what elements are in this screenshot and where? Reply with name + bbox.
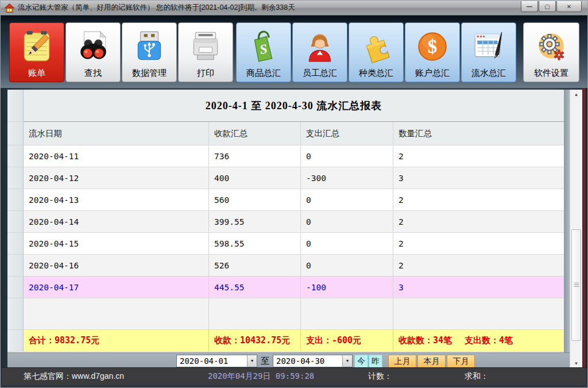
toolbar-button-print[interactable]: 打印 bbox=[178, 22, 233, 82]
totals-income-count: 收款数：34笔 bbox=[399, 335, 452, 346]
gears-icon bbox=[535, 30, 568, 63]
table-row[interactable]: 2020-04-11 736 0 2 bbox=[7, 145, 564, 167]
cell-expense[interactable]: 0 bbox=[301, 211, 393, 233]
status-datetime: 2020年04月29日 09:59:28 bbox=[208, 368, 314, 385]
toolbar-button-search[interactable]: 查找 bbox=[65, 22, 121, 82]
spreadsheet-pen-icon bbox=[472, 30, 505, 63]
cell-expense[interactable]: 0 bbox=[301, 145, 393, 167]
toolbar-button-label: 软件设置 bbox=[534, 68, 568, 78]
close-button[interactable]: ✕ bbox=[556, 1, 582, 12]
row-header-cell bbox=[7, 330, 24, 352]
cell-quantity[interactable]: 2 bbox=[393, 211, 564, 233]
row-header-cell[interactable] bbox=[7, 211, 24, 233]
table-row[interactable]: 2020-04-14 399.55 0 2 bbox=[7, 211, 564, 233]
row-header-cell[interactable] bbox=[7, 189, 24, 211]
scroll-up-arrow-icon[interactable]: ▲ bbox=[570, 90, 582, 99]
cell-quantity[interactable]: 3 bbox=[393, 276, 564, 298]
column-header-expense[interactable]: 支出汇总 bbox=[301, 122, 393, 145]
start-date-value: 2020-04-01 bbox=[177, 355, 247, 367]
table-row[interactable]: 2020-04-12 400 -300 3 bbox=[7, 167, 564, 189]
toolbar-button-settings[interactable]: 软件设置 bbox=[523, 22, 579, 82]
cell-quantity[interactable]: 2 bbox=[393, 255, 564, 276]
today-button[interactable]: 今 bbox=[354, 355, 368, 368]
cell-income[interactable]: 526 bbox=[209, 255, 301, 276]
toolbar-button-bills[interactable]: 账单 bbox=[9, 22, 64, 82]
cell-date[interactable]: 2020-04-14 bbox=[24, 211, 209, 233]
cell-date[interactable]: 2020-04-16 bbox=[24, 255, 209, 276]
yesterday-button[interactable]: 昨 bbox=[369, 355, 382, 368]
cell-income[interactable]: 399.55 bbox=[209, 211, 301, 233]
svg-text:$: $ bbox=[428, 36, 438, 57]
cell-income[interactable]: 598.55 bbox=[209, 233, 301, 255]
cell-quantity[interactable]: 2 bbox=[393, 189, 564, 211]
table-row[interactable]: 2020-04-13 560 0 2 bbox=[7, 189, 564, 211]
column-header-quantity[interactable]: 数量汇总 bbox=[393, 122, 564, 145]
row-header-cell[interactable] bbox=[7, 167, 24, 189]
status-sum-label: 求和： bbox=[465, 368, 489, 385]
column-header-row: 流水日期 收款汇总 支出汇总 数量汇总 bbox=[7, 122, 564, 145]
cell-income[interactable]: 560 bbox=[209, 189, 301, 211]
cell-expense[interactable]: -300 bbox=[301, 167, 393, 189]
totals-counts: 收款数：34笔 支出数：4笔 bbox=[393, 330, 564, 352]
cell-quantity[interactable]: 3 bbox=[393, 167, 564, 189]
table-row[interactable]: 2020-04-16 526 0 2 bbox=[7, 255, 564, 276]
prev-month-button[interactable]: 上月 bbox=[388, 355, 416, 368]
next-month-button[interactable]: 下月 bbox=[447, 355, 475, 368]
app-home-icon bbox=[5, 3, 14, 13]
dollar-icon: $ bbox=[416, 30, 449, 63]
toolbar-button-staff-summary[interactable]: 员工总汇 bbox=[292, 22, 347, 82]
start-date-combobox[interactable]: 2020-04-01 ▼ bbox=[176, 355, 257, 367]
cell-date[interactable]: 2020-04-12 bbox=[24, 167, 209, 189]
cell-income[interactable]: 445.55 bbox=[209, 276, 301, 298]
row-header-cell bbox=[7, 298, 24, 330]
cell-income[interactable]: 736 bbox=[209, 145, 301, 167]
chevron-down-icon[interactable]: ▼ bbox=[342, 355, 352, 367]
cell-expense[interactable]: 0 bbox=[301, 255, 393, 276]
vertical-scrollbar[interactable]: ▲ ▼ bbox=[570, 90, 582, 368]
totals-income: 收款：10432.75元 bbox=[209, 330, 301, 352]
toolbar-button-data-management[interactable]: 数据管理 bbox=[122, 22, 177, 82]
cell-date[interactable]: 2020-04-17 bbox=[24, 276, 209, 298]
cell-income[interactable]: 400 bbox=[209, 167, 301, 189]
table-row-selected[interactable]: 2020-04-17 445.55 -100 3 bbox=[7, 276, 564, 298]
scrollbar-thumb[interactable] bbox=[571, 229, 581, 341]
row-header-cell[interactable] bbox=[7, 255, 24, 276]
row-header-cell[interactable] bbox=[7, 276, 24, 298]
binoculars-icon bbox=[76, 30, 110, 63]
cell-date[interactable]: 2020-04-13 bbox=[24, 189, 209, 211]
toolbar-button-label: 账单 bbox=[28, 68, 45, 78]
column-header-date[interactable]: 流水日期 bbox=[24, 122, 209, 145]
column-header-income[interactable]: 收款汇总 bbox=[209, 122, 301, 145]
toolbar-button-label: 员工总汇 bbox=[303, 68, 337, 78]
toolbar-button-category-summary[interactable]: 种类总汇 bbox=[349, 22, 404, 82]
maximize-button[interactable]: ▢ bbox=[539, 1, 556, 12]
this-month-button[interactable]: 本月 bbox=[417, 355, 446, 368]
shopping-bag-icon: S bbox=[247, 30, 280, 63]
table-row[interactable]: 2020-04-15 598.55 0 2 bbox=[7, 233, 564, 255]
toolbar-button-account-summary[interactable]: $ 账户总汇 bbox=[405, 22, 460, 82]
main-content: 2020-4-1 至 2020-4-30 流水汇总报表 流水日期 收款汇总 支出… bbox=[1, 88, 587, 368]
toolbar-button-goods-summary[interactable]: S 商品总汇 bbox=[236, 22, 291, 82]
cell-expense[interactable]: 0 bbox=[301, 189, 393, 211]
toolbar-button-flow-summary[interactable]: 流水总汇 bbox=[461, 22, 516, 82]
status-bar: 第七感官网：www.d7gan.cn 2020年04月29日 09:59:28 … bbox=[2, 367, 586, 385]
totals-expense: 支出：-600元 bbox=[301, 330, 393, 352]
row-header-cell bbox=[7, 122, 24, 145]
cell-quantity[interactable]: 2 bbox=[393, 145, 564, 167]
row-header-cell[interactable] bbox=[7, 233, 24, 255]
cell-date[interactable]: 2020-04-11 bbox=[24, 145, 209, 167]
app-window: 流水记账大管家（简单、好用的记账软件） 您的软件将于[2021-04-02]到期… bbox=[0, 0, 588, 388]
chevron-down-icon[interactable]: ▼ bbox=[247, 355, 257, 367]
end-date-combobox[interactable]: 2020-04-30 ▼ bbox=[273, 355, 353, 367]
window-title: 流水记账大管家（简单、好用的记账软件） 您的软件将于[2021-04-02]到期… bbox=[18, 3, 295, 13]
cell-empty bbox=[393, 298, 564, 330]
cell-expense[interactable]: 0 bbox=[301, 233, 393, 255]
minimize-button[interactable]: — bbox=[521, 1, 538, 12]
row-header-cell[interactable] bbox=[7, 145, 24, 167]
cell-empty bbox=[24, 298, 209, 330]
status-website: 第七感官网：www.d7gan.cn bbox=[24, 368, 124, 385]
cell-expense[interactable]: -100 bbox=[301, 276, 393, 298]
cell-date[interactable]: 2020-04-15 bbox=[24, 233, 209, 255]
usb-drive-icon bbox=[133, 30, 166, 63]
cell-quantity[interactable]: 2 bbox=[393, 233, 564, 255]
